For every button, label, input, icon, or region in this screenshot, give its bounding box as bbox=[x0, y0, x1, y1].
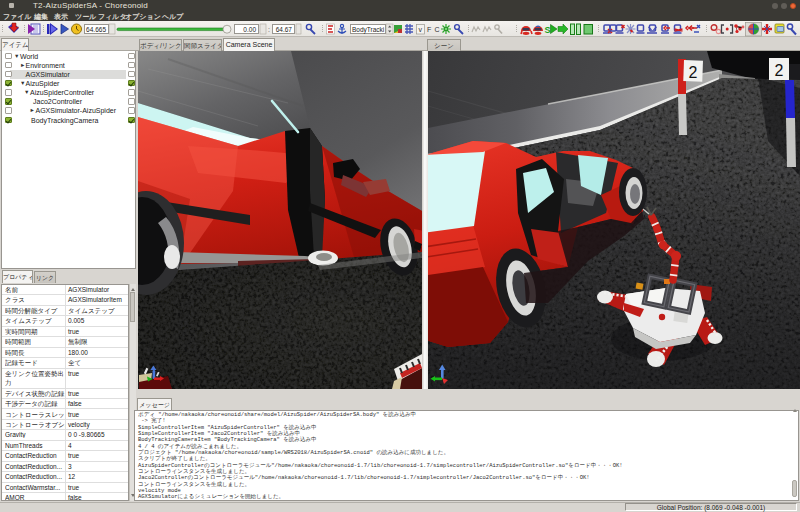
svg-text:2: 2 bbox=[689, 64, 698, 81]
svg-text:F: F bbox=[427, 26, 431, 33]
svg-text::: : bbox=[268, 26, 270, 33]
svg-text:S: S bbox=[545, 25, 551, 35]
svg-text:2: 2 bbox=[775, 62, 784, 79]
svg-text:C: C bbox=[435, 26, 440, 33]
svg-text:v: v bbox=[419, 26, 423, 33]
